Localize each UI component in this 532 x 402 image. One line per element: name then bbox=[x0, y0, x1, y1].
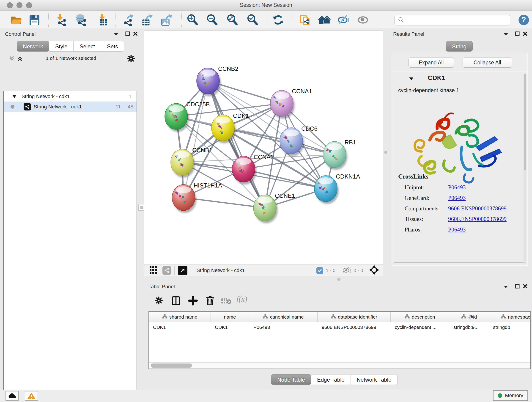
hide-selected-icon[interactable] bbox=[337, 13, 350, 26]
show-columns-icon[interactable] bbox=[171, 296, 181, 307]
hidden-eye-icon[interactable] bbox=[342, 267, 351, 274]
node-label: CCNB1 bbox=[192, 147, 212, 153]
network-node-CCNB1[interactable]: CCNB1 bbox=[171, 147, 212, 178]
export-image-icon[interactable] bbox=[160, 13, 173, 26]
column-header-databaseidentifier[interactable]: database identifier bbox=[317, 312, 391, 322]
network-node-CDC25B[interactable]: CDC25B bbox=[165, 101, 210, 132]
results-scrollbar-thumb[interactable] bbox=[524, 74, 526, 170]
refresh-icon[interactable] bbox=[272, 13, 285, 26]
close-panel-icon[interactable] bbox=[522, 31, 529, 37]
import-network-database-icon[interactable] bbox=[75, 13, 88, 26]
zoom-out-icon[interactable] bbox=[206, 13, 219, 26]
network-view-canvas[interactable]: CCNB2CCNA1CDC25BCDK1CDC6RB1CCNB1CCNA2CDK… bbox=[144, 31, 383, 265]
network-node-HIST1H1A[interactable]: HIST1H1A bbox=[172, 182, 222, 213]
table-cell[interactable]: cyclin-dependent ... bbox=[391, 325, 449, 330]
table-cell[interactable]: stringdb bbox=[489, 325, 531, 330]
crosslink-link[interactable]: P06493 bbox=[448, 226, 466, 233]
add-column-icon[interactable] bbox=[188, 296, 198, 307]
table-cell[interactable]: CDK1 bbox=[149, 325, 211, 330]
network-node-CDK1[interactable]: CDK1 bbox=[211, 112, 249, 143]
float-panel-icon[interactable] bbox=[124, 31, 131, 37]
zoom-fit-icon[interactable] bbox=[226, 13, 239, 26]
column-header-canonicalname[interactable]: canonical name bbox=[249, 312, 317, 322]
crosslink-link[interactable]: 9606.ENSP00000378699 bbox=[448, 205, 507, 212]
column-header-namespace[interactable]: namespace bbox=[489, 312, 531, 322]
column-header-description[interactable]: description bbox=[391, 312, 449, 322]
table-cell[interactable]: 9606.ENSP00000378699 bbox=[317, 325, 391, 330]
network-share-icon[interactable] bbox=[162, 266, 171, 275]
table-cell[interactable]: stringdb:9... bbox=[449, 325, 489, 330]
main-toolbar: ? bbox=[0, 11, 532, 29]
export-table-icon[interactable] bbox=[140, 13, 153, 26]
first-neighbors-icon[interactable] bbox=[318, 13, 331, 26]
column-header-name[interactable]: name bbox=[211, 312, 249, 322]
column-header-id[interactable]: @id bbox=[449, 312, 489, 322]
delete-table-icon[interactable] bbox=[221, 298, 232, 306]
tab-node-table[interactable]: Node Table bbox=[271, 374, 311, 385]
import-table-icon[interactable] bbox=[96, 13, 109, 26]
network-collection-row[interactable]: String Network - cdk1 1 bbox=[4, 91, 137, 102]
table-cell[interactable]: P06493 bbox=[249, 325, 317, 330]
tree-expander-icon[interactable] bbox=[12, 94, 17, 99]
network-node-CDC6[interactable]: CDC6 bbox=[280, 125, 317, 156]
selected-checkbox-icon[interactable] bbox=[317, 267, 323, 274]
collapse-panel-icon[interactable] bbox=[502, 31, 509, 37]
open-in-window-icon[interactable] bbox=[178, 266, 187, 275]
network-node-CDKN1A[interactable]: CDKN1A bbox=[314, 173, 360, 204]
fit-crosshair-icon[interactable] bbox=[369, 265, 379, 276]
collapse-panel-icon[interactable] bbox=[502, 284, 509, 290]
delete-column-icon[interactable] bbox=[205, 295, 215, 307]
tab-network-table[interactable]: Network Table bbox=[351, 374, 398, 385]
table-hscrollbar-thumb[interactable] bbox=[151, 364, 192, 368]
save-session-icon[interactable] bbox=[28, 13, 41, 26]
close-panel-icon[interactable] bbox=[522, 283, 529, 289]
network-row[interactable]: String Network - cdk1 11 48 bbox=[4, 102, 137, 112]
gear-icon[interactable] bbox=[127, 54, 136, 64]
open-session-icon[interactable] bbox=[10, 13, 22, 26]
network-node-RB1[interactable]: RB1 bbox=[323, 139, 356, 170]
tab-network[interactable]: Network bbox=[17, 41, 49, 51]
tab-edge-table[interactable]: Edge Table bbox=[311, 374, 351, 385]
network-node-CCNA2[interactable]: CCNA2 bbox=[232, 153, 274, 185]
collapse-panel-icon[interactable] bbox=[113, 31, 120, 37]
function-builder-icon[interactable]: f(x) bbox=[236, 295, 247, 303]
table-row[interactable]: CDK1CDK1P064939606.ENSP00000378699cyclin… bbox=[149, 322, 530, 332]
network-node-CCNA1[interactable]: CCNA1 bbox=[270, 88, 312, 119]
crosslink-link[interactable]: P06493 bbox=[448, 184, 466, 191]
collapse-all-button[interactable]: Collapse All bbox=[462, 57, 512, 68]
float-panel-icon[interactable] bbox=[514, 31, 521, 37]
show-all-icon[interactable] bbox=[356, 13, 369, 26]
network-selected-status: 1 of 1 Network selected bbox=[0, 56, 142, 61]
bottom-splitter-handle[interactable] bbox=[337, 277, 341, 281]
tab-sets[interactable]: Sets bbox=[101, 41, 124, 51]
table-settings-gear-icon[interactable] bbox=[154, 296, 164, 306]
search-input[interactable] bbox=[406, 16, 510, 25]
import-network-icon[interactable] bbox=[55, 13, 68, 26]
clone-network-icon[interactable] bbox=[298, 13, 311, 26]
export-network-icon[interactable] bbox=[121, 13, 134, 26]
birdseye-grid-icon[interactable] bbox=[149, 266, 157, 275]
table-cell[interactable]: CDK1 bbox=[211, 325, 249, 330]
memory-button[interactable]: Memory bbox=[493, 390, 528, 401]
network-node-CCNB2[interactable]: CCNB2 bbox=[196, 65, 238, 96]
entry-expander-icon[interactable] bbox=[409, 77, 413, 81]
close-panel-icon[interactable] bbox=[132, 31, 139, 37]
column-header-sharedname[interactable]: shared name bbox=[149, 312, 211, 322]
tab-string[interactable]: String bbox=[446, 41, 473, 51]
zoom-selected-icon[interactable] bbox=[246, 13, 259, 26]
help-icon[interactable]: ? bbox=[517, 13, 530, 26]
right-splitter-handle[interactable] bbox=[384, 150, 388, 154]
warning-icon[interactable] bbox=[25, 391, 38, 401]
tab-style[interactable]: Style bbox=[49, 41, 74, 51]
column-type-icon bbox=[461, 314, 466, 320]
zoom-in-icon[interactable] bbox=[186, 13, 199, 26]
crosslink-link[interactable]: P06493 bbox=[448, 195, 466, 201]
cloud-icon[interactable] bbox=[6, 391, 19, 401]
network-edge[interactable] bbox=[184, 81, 208, 198]
network-node-CCNE1[interactable]: CCNE1 bbox=[253, 192, 295, 223]
tab-select[interactable]: Select bbox=[73, 41, 101, 51]
expand-all-button[interactable]: Expand All bbox=[409, 57, 454, 68]
hidden-counts: 0 - 0 bbox=[354, 268, 363, 273]
crosslink-link[interactable]: 9606.ENSP00000378699 bbox=[448, 216, 507, 222]
float-panel-icon[interactable] bbox=[514, 283, 521, 289]
